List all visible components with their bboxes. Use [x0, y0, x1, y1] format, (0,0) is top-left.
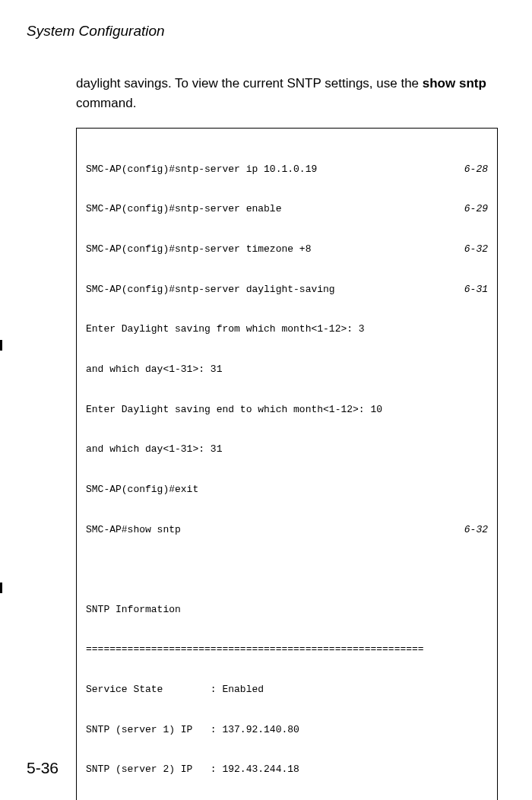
code-line: SMC-AP(config)#sntp-server daylight-savi…	[86, 283, 488, 297]
code-line: and which day<1-31>: 31	[86, 443, 488, 456]
page-content: daylight savings. To view the current SN…	[76, 74, 498, 800]
code-line: SNTP (server 1) IP : 137.92.140.80	[86, 723, 488, 737]
code-block-sntp: SMC-AP(config)#sntp-server ip 10.1.0.196…	[76, 128, 498, 800]
para-text: command.	[76, 96, 136, 110]
code-xref: 6-32	[453, 523, 488, 537]
code-line	[86, 563, 488, 576]
code-xref: 6-32	[453, 243, 488, 256]
code-line: Enter Daylight saving from which month<1…	[86, 322, 488, 336]
para-text: daylight savings. To view the current SN…	[76, 76, 423, 90]
code-line: Enter Daylight saving end to which month…	[86, 403, 488, 417]
change-bar	[0, 340, 2, 351]
code-line: and which day<1-31>: 31	[86, 363, 488, 376]
code-text: SMC-AP(config)#sntp-server enable	[86, 202, 281, 216]
code-text: SMC-AP#show sntp	[86, 523, 181, 537]
code-text: SMC-AP(config)#sntp-server ip 10.1.0.19	[86, 163, 317, 176]
page-number: 5-36	[27, 759, 59, 777]
code-xref: 6-28	[453, 163, 488, 176]
code-xref: 6-29	[453, 202, 488, 216]
change-bar	[0, 583, 2, 593]
code-line: SNTP (server 2) IP : 192.43.244.18	[86, 763, 488, 776]
code-line: SMC-AP(config)#exit	[86, 483, 488, 497]
code-line: ========================================…	[86, 643, 488, 656]
code-text: SMC-AP(config)#sntp-server timezone +8	[86, 243, 311, 256]
command-name: show sntp	[423, 76, 486, 90]
code-line: SMC-AP(config)#sntp-server enable6-29	[86, 202, 488, 216]
section-header: System Configuration	[27, 23, 498, 40]
code-line: SNTP Information	[86, 603, 488, 617]
code-xref: 6-31	[453, 283, 488, 297]
code-line: SMC-AP(config)#sntp-server ip 10.1.0.196…	[86, 163, 488, 176]
code-line: SMC-AP#show sntp6-32	[86, 523, 488, 537]
code-line: SMC-AP(config)#sntp-server timezone +86-…	[86, 243, 488, 256]
code-text: SMC-AP(config)#sntp-server daylight-savi…	[86, 283, 335, 297]
code-line: Service State : Enabled	[86, 683, 488, 697]
intro-paragraph: daylight savings. To view the current SN…	[76, 74, 498, 114]
